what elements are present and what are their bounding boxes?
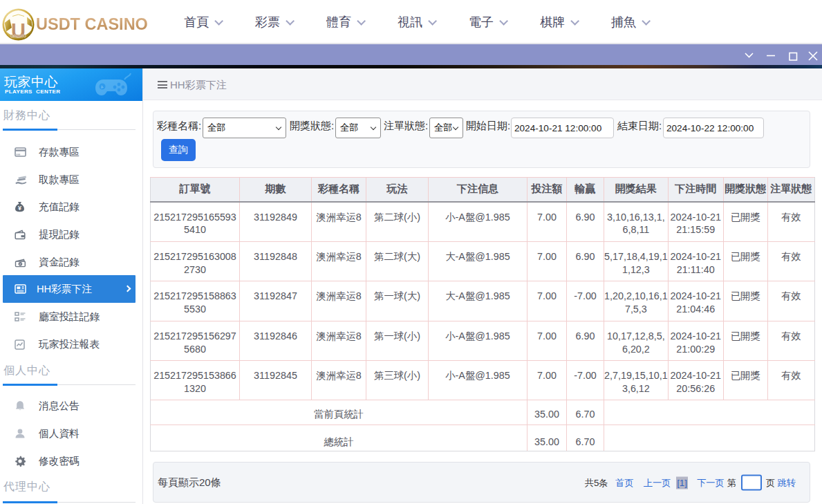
svg-text:CASINO: CASINO — [10, 34, 26, 38]
svg-text:¥: ¥ — [18, 205, 21, 212]
